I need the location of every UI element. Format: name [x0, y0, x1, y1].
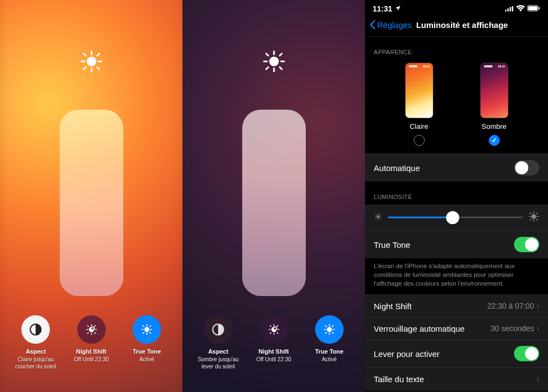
svg-rect-63	[528, 6, 538, 10]
svg-line-46	[277, 326, 277, 326]
true-tone-subtitle: Activé	[139, 356, 154, 363]
settings-display-brightness: 11:31 Réglages Luminosité et affichage A…	[365, 0, 548, 392]
svg-line-44	[270, 326, 270, 326]
autolock-detail: 30 secondes	[490, 324, 534, 333]
appearance-light-option[interactable]: 09:41 Claire	[406, 63, 433, 146]
svg-point-48	[273, 327, 277, 330]
text-size-label: Taille du texte	[374, 374, 424, 384]
svg-line-73	[376, 218, 376, 219]
night-shift-subtitle: Off Until 22:30	[74, 356, 109, 363]
autolock-row[interactable]: Verrouillage automatique 30 secondes›	[365, 317, 548, 339]
svg-point-20	[145, 327, 149, 331]
brightness-slider-row	[365, 204, 548, 230]
svg-line-27	[143, 332, 144, 333]
appearance-row: 09:41 Claire 09:41 Sombre	[365, 60, 548, 154]
svg-line-80	[536, 219, 538, 220]
true-tone-helper: L'écran de l'iPhone s'adapte automatique…	[365, 258, 548, 294]
brightness-fill	[60, 110, 123, 296]
cc-button-row: Aspect Sombre jusqu'au lever du soleil N…	[182, 315, 365, 370]
contrast-icon	[204, 315, 232, 344]
nav-title: Luminosité et affichage	[416, 20, 508, 30]
night-shift-title: Night Shift	[259, 348, 289, 355]
brightness-thumb[interactable]	[446, 211, 459, 224]
brightness-header: LUMINOSITÉ	[365, 181, 548, 204]
light-radio[interactable]	[414, 135, 425, 146]
true-tone-button[interactable]: True Tone Activé	[304, 315, 355, 370]
svg-line-17	[94, 326, 95, 326]
svg-point-74	[532, 215, 536, 219]
raise-to-wake-label: Lever pour activer	[374, 349, 439, 359]
svg-line-81	[536, 213, 538, 214]
sun-max-icon	[528, 211, 539, 224]
svg-line-23	[143, 326, 144, 327]
automatic-toggle[interactable]	[514, 160, 539, 175]
night-shift-label: Night Shift	[374, 302, 412, 311]
true-tone-subtitle: Activé	[322, 356, 336, 363]
aspect-subtitle: Claire jusqu'au coucher du soleil	[10, 356, 61, 370]
cc-button-row: Aspect Claire jusqu'au coucher du soleil…	[0, 315, 182, 370]
svg-line-33	[279, 67, 282, 69]
svg-line-7	[83, 67, 85, 69]
sun-min-icon	[374, 212, 383, 223]
dark-preview: 09:41	[481, 63, 508, 118]
true-tone-icon	[315, 315, 344, 344]
svg-rect-61	[512, 6, 513, 12]
svg-line-37	[279, 54, 282, 56]
aspect-button[interactable]: Aspect Claire jusqu'au coucher du soleil	[10, 315, 61, 370]
night-shift-row[interactable]: Night Shift 22:30 à 07:00›	[365, 294, 548, 317]
signal-icon	[505, 4, 514, 13]
brightness-slider[interactable]	[60, 110, 123, 296]
svg-line-4	[97, 67, 99, 69]
svg-line-45	[277, 333, 277, 333]
svg-rect-58	[505, 10, 506, 12]
svg-line-57	[332, 326, 333, 327]
automatic-row[interactable]: Automatique	[365, 154, 548, 181]
aspect-title: Aspect	[208, 348, 229, 355]
true-tone-title: True Tone	[315, 348, 344, 355]
svg-line-15	[87, 326, 88, 326]
svg-rect-59	[507, 8, 509, 12]
svg-line-53	[332, 332, 333, 333]
aspect-button[interactable]: Aspect Sombre jusqu'au lever du soleil	[193, 315, 243, 370]
svg-line-36	[266, 67, 268, 69]
dark-radio[interactable]	[489, 135, 500, 146]
svg-rect-60	[510, 7, 511, 12]
brightness-icon	[262, 49, 286, 76]
brightness-track[interactable]	[388, 217, 523, 218]
svg-line-47	[270, 333, 270, 333]
night-shift-detail: 22:30 à 07:00	[487, 302, 534, 310]
svg-point-29	[270, 58, 278, 66]
contrast-icon	[21, 315, 50, 344]
night-shift-button[interactable]: Night Shift Off Until 22:30	[249, 315, 299, 370]
svg-line-79	[530, 213, 532, 214]
night-shift-icon	[260, 315, 288, 344]
svg-rect-64	[539, 7, 540, 9]
true-tone-row[interactable]: True Tone	[365, 230, 548, 258]
nav-bar: Réglages Luminosité et affichage	[365, 15, 548, 37]
night-shift-button[interactable]: Night Shift Off Until 22:30	[66, 315, 117, 370]
svg-line-82	[530, 219, 532, 220]
light-label: Claire	[410, 122, 429, 130]
true-tone-button[interactable]: True Tone Activé	[122, 315, 172, 370]
status-bar: 11:31	[365, 0, 548, 15]
automatic-label: Automatique	[374, 163, 420, 173]
brightness-fill	[242, 110, 306, 296]
raise-to-wake-row[interactable]: Lever pour activer	[365, 339, 548, 367]
svg-line-70	[376, 214, 376, 215]
svg-line-24	[150, 332, 151, 333]
raise-to-wake-toggle[interactable]	[514, 346, 539, 361]
control-center-dark: Aspect Sombre jusqu'au lever du soleil N…	[182, 0, 365, 392]
chevron-right-icon: ›	[536, 301, 539, 311]
bold-text-row[interactable]: Texte en gras	[365, 390, 548, 392]
location-icon	[395, 4, 401, 13]
back-button[interactable]: Réglages	[369, 20, 412, 30]
svg-line-52	[326, 326, 327, 327]
brightness-slider[interactable]	[242, 110, 306, 296]
true-tone-toggle[interactable]	[514, 237, 539, 252]
text-size-row[interactable]: Taille du texte ›	[365, 367, 548, 390]
back-label: Réglages	[377, 20, 412, 30]
svg-line-56	[326, 332, 327, 333]
brightness-icon	[79, 49, 104, 76]
light-preview: 09:41	[406, 63, 433, 118]
appearance-dark-option[interactable]: 09:41 Sombre	[481, 63, 508, 146]
